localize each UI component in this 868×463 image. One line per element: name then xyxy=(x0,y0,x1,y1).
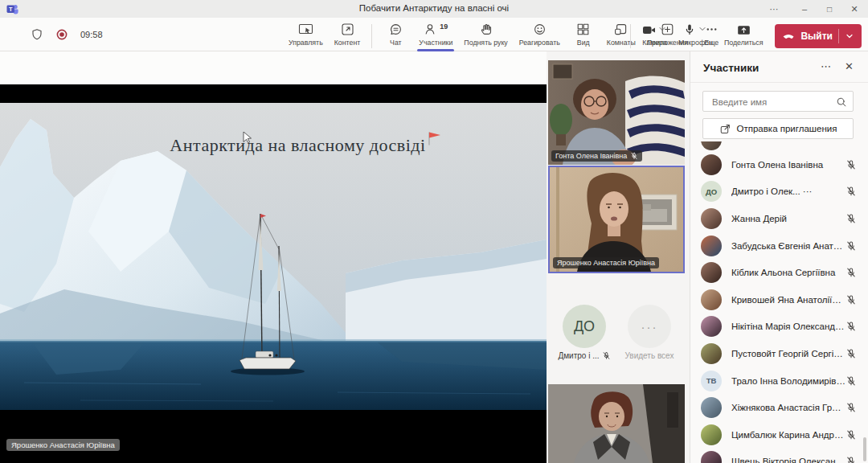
participant-name: Нікітіна Марія Олександрівна xyxy=(731,322,845,331)
participant-name: Швець Вікторія Олександрівна xyxy=(731,457,845,463)
mic-off-icon[interactable] xyxy=(845,186,857,197)
panel-close-button[interactable]: ✕ xyxy=(845,60,854,72)
participant-name: Кривошей Яна Анатоліївна xyxy=(731,295,845,305)
leave-chevron-icon[interactable] xyxy=(845,31,854,41)
participants-icon xyxy=(424,23,437,36)
mic-off-icon[interactable] xyxy=(845,456,857,463)
video-feed xyxy=(550,167,683,272)
camera-chevron-icon[interactable] xyxy=(657,24,667,34)
participant-row[interactable]: Забудська Євгенія Анатоліївна xyxy=(690,232,868,260)
participant-avatar xyxy=(701,154,722,175)
panel-scrollbar[interactable] xyxy=(863,437,866,461)
participant-name: Пустовойт Георгій Сергійович xyxy=(731,349,845,359)
meeting-toolbar: 09:58 Управлять Контент xyxy=(0,18,868,51)
send-invite-button[interactable]: Отправка приглашения xyxy=(702,118,854,139)
chat-button[interactable]: Чат xyxy=(378,22,413,47)
leave-button[interactable]: Выйти xyxy=(775,24,862,48)
camera-button[interactable]: Камера xyxy=(637,22,673,47)
search-input[interactable] xyxy=(710,92,834,112)
mic-off-icon[interactable] xyxy=(845,348,857,359)
teams-meeting-window: T Побачити Антарктиду на власні очі ⋯ – … xyxy=(0,0,868,463)
overflow-avatar-do[interactable]: ДО xyxy=(563,305,606,348)
window-titlebar: T Побачити Антарктиду на власні очі ⋯ – … xyxy=(0,0,868,18)
participant-row[interactable]: ДО Дмитро і Олек... ··· xyxy=(690,178,868,206)
participant-name: Жанна Дерій xyxy=(731,214,845,223)
mic-off-icon[interactable] xyxy=(845,267,857,278)
share-screen-icon xyxy=(737,24,751,36)
panel-more-button[interactable]: ⋯ xyxy=(821,60,831,72)
video-name-badge: Ярошенко Анастасія Юріївна xyxy=(553,257,659,268)
participants-button[interactable]: 19 Участники xyxy=(413,22,458,47)
hang-up-icon xyxy=(782,30,795,43)
grid-view-icon xyxy=(576,23,590,36)
participants-count-badge: 19 xyxy=(440,23,448,31)
share-button[interactable]: Поделиться xyxy=(719,22,769,47)
participant-rows: Гонта Олена Іванівна ДО Дмитро і Олек...… xyxy=(690,151,868,463)
participant-row[interactable]: Пустовойт Георгій Сергійович xyxy=(690,340,868,367)
mic-off-icon[interactable] xyxy=(845,402,857,413)
raise-hand-icon xyxy=(479,23,493,36)
mic-off-icon[interactable] xyxy=(845,375,857,387)
participant-avatar xyxy=(701,397,722,418)
participant-name: Трало Інна Володимирівна xyxy=(731,376,845,386)
smiley-icon xyxy=(533,23,547,36)
minimize-button[interactable]: – xyxy=(791,0,818,18)
participant-row[interactable]: Хіжнякова Анастасія Григорі... xyxy=(690,394,868,421)
open-content-icon xyxy=(341,23,354,36)
red-flag-icon xyxy=(428,131,441,146)
shield-icon xyxy=(31,28,43,41)
content-button[interactable]: Контент xyxy=(329,22,366,47)
participant-row[interactable]: Жанна Дерій xyxy=(690,205,868,232)
participant-avatar xyxy=(701,262,722,283)
participant-avatar: ТВ xyxy=(701,371,722,391)
video-tile-gonta[interactable]: Гонта Олена Іванівна xyxy=(548,60,685,165)
mic-off-icon xyxy=(630,152,638,160)
recording-indicator-icon xyxy=(55,28,68,41)
maximize-button[interactable]: □ xyxy=(816,0,843,18)
participant-row[interactable]: Кривошей Яна Анатоліївна xyxy=(690,286,868,313)
mic-off-icon[interactable] xyxy=(845,321,857,332)
mic-off-icon[interactable] xyxy=(845,213,857,224)
shared-screen-stage: Антарктида на власному досвіді xyxy=(0,51,547,463)
mic-off-icon[interactable] xyxy=(845,429,857,440)
participant-row[interactable]: Нікітіна Марія Олександрівна xyxy=(690,313,868,341)
monitor-cursor-icon xyxy=(298,23,313,36)
participant-avatar xyxy=(701,289,722,310)
view-button[interactable]: Вид xyxy=(566,22,601,47)
video-feed xyxy=(548,384,685,463)
participants-panel-title: Участники xyxy=(703,62,759,74)
react-button[interactable]: Реагировать xyxy=(514,22,566,47)
participant-row[interactable]: Гонта Олена Іванівна xyxy=(690,151,868,178)
window-title: Побачити Антарктиду на власні очі xyxy=(193,3,675,13)
mouse-cursor xyxy=(243,132,252,144)
participant-name: Хіжнякова Анастасія Григорі... xyxy=(731,403,845,412)
participant-row[interactable]: Швець Вікторія Олександрівна xyxy=(690,449,868,463)
mic-off-icon[interactable] xyxy=(845,294,857,305)
teams-logo-icon: T xyxy=(6,3,18,14)
participant-list[interactable]: Гонта Олена Іванівна ДО Дмитро і Олек...… xyxy=(690,141,868,463)
see-all-avatar[interactable]: ··· xyxy=(628,305,671,348)
participant-row[interactable]: Кіблик Альона Сергіївна xyxy=(690,259,868,286)
participant-avatar xyxy=(701,424,722,445)
mic-off-icon[interactable] xyxy=(845,159,857,170)
video-tile-yaroshenko-active[interactable]: Ярошенко Анастасія Юріївна xyxy=(548,166,685,273)
chat-icon xyxy=(389,23,403,36)
microphone-button[interactable]: Микрофон xyxy=(673,22,719,47)
video-name-badge: Гонта Олена Іванівна xyxy=(551,150,642,162)
video-feed xyxy=(548,60,685,165)
participant-search-box xyxy=(702,91,854,112)
raise-hand-button[interactable]: Поднять руку xyxy=(458,22,513,47)
titlebar-more-button[interactable]: ⋯ xyxy=(760,0,788,18)
toolbar-divider xyxy=(371,24,372,48)
microphone-chevron-icon[interactable] xyxy=(698,24,707,34)
overflow-avatar-do-label: Дмитро і ... xyxy=(553,351,616,360)
meeting-timer: 09:58 xyxy=(80,30,103,39)
participant-row[interactable]: Цимбалюк Карина Андріївна xyxy=(690,421,868,449)
manage-button[interactable]: Управлять xyxy=(283,22,329,47)
video-tile-bottom[interactable] xyxy=(548,384,685,463)
mic-off-icon[interactable] xyxy=(845,240,857,252)
participants-panel: Участники ⋯ ✕ Отправка приглашения xyxy=(690,51,868,463)
see-all-label: Увидеть всех xyxy=(618,351,681,360)
close-button[interactable]: ✕ xyxy=(841,0,868,18)
participant-row[interactable]: ТВ Трало Інна Володимирівна xyxy=(690,367,868,395)
